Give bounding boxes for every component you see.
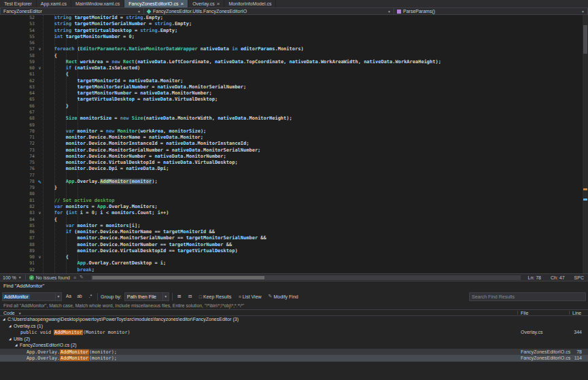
breadcrumb-member-dropdown[interactable]: ParseParams() ▼ [394,7,588,15]
code-line: 73 monitor.Device.MonitorSerialNumber = … [0,148,588,154]
class-icon [147,9,152,14]
scrollbar-thumb[interactable] [92,276,264,279]
code-line: 67 [0,109,588,116]
keep-results-button[interactable]: □ Keep Results [197,292,234,301]
gutter-marks [37,235,43,241]
code-line: 77 [0,173,588,179]
group-by-label: Group by: [101,294,122,299]
code-line: 68 Size monitorSize = new Size(nativeDat… [0,116,588,122]
editor-status-strip: 100 % ▼ ✓ No issues found ≡ ✎ Ln: 78 Ch:… [0,273,588,281]
result-file: FancyZonesEditorIO.cs [521,349,570,356]
separator [97,293,98,300]
close-icon[interactable]: × [217,1,220,7]
breadcrumb-project-dropdown[interactable]: FancyZonesEditor ▼ [0,7,144,15]
find-result-row[interactable]: App.Overlay.AddMonitor(monitor);FancyZon… [0,349,588,356]
code-text: foreach (EditorParameters.NativeMonitorD… [43,46,304,52]
scrollbar-change-mark [583,188,587,190]
expand-all-icon[interactable]: ⊞ [175,292,184,300]
code-line: 72 monitor.Device.MonitorInstanceId = na… [0,141,588,147]
list-icon[interactable]: ≡ [73,275,76,280]
expand-icon[interactable]: ◢ [3,316,7,323]
expand-icon[interactable]: ◢ [9,336,14,343]
code-text: if (nativeData.IsSelected) [43,65,140,71]
document-tab[interactable]: MainWindow.xaml.cs [71,0,124,7]
line-number: 65 [0,97,37,103]
gutter-marks [37,34,43,40]
line-number: 61 [0,71,37,77]
search-find-results-input[interactable] [469,292,586,301]
find-result-row[interactable]: public void AddMonitor(Monitor monitor)O… [0,329,588,336]
document-tab[interactable]: FancyZonesEditorIO.cs× [124,0,188,7]
line-number: 80 [0,191,37,197]
chevron-down-icon[interactable]: ▼ [162,293,169,300]
list-view-button[interactable]: ≡ List View [237,292,264,301]
editor-vertical-scrollbar[interactable] [583,15,588,273]
code-text: } [43,103,69,109]
line-number: 73 [0,148,37,154]
column-divider[interactable] [517,311,518,315]
code-text: monitor.Device.MonitorName = nativeData.… [43,135,203,141]
column-divider[interactable] [569,311,570,315]
regex-icon[interactable]: .* [86,292,94,300]
column-header-file[interactable]: File [521,310,528,316]
code-line: 88 monitor.Device.MonitorNumber == targe… [0,242,588,248]
group-by-dropdown[interactable]: Path then File ▼ [124,292,169,301]
document-health-indicator[interactable]: ✓ No issues found [29,275,70,280]
document-tab[interactable]: MonitorInfoModel.cs [224,0,276,7]
tab-label: MonitorInfoModel.cs [228,0,271,7]
outline-collapse-icon[interactable]: ∨ [37,210,43,216]
result-group-label: FancyZonesEditorIO.cs (2) [20,343,77,347]
gutter-marks [37,204,43,210]
code-line: 56 [0,40,588,46]
column-header-line[interactable]: Line [572,310,581,316]
code-text: monitor.Device.MonitorSerialNumber == ta… [43,235,266,241]
find-result-row[interactable]: ◢FancyZonesEditorIO.cs (2) [0,342,588,349]
result-code: App.Overlay.AddMonitor(monitor); [27,349,117,355]
gutter-marks [37,248,43,254]
code-text: { [43,254,69,260]
find-result-row[interactable]: ◢Overlay.cs (1) [0,323,588,330]
zoom-control[interactable]: 100 % ▼ [3,275,22,280]
document-tab[interactable]: App.xaml.cs [37,0,71,7]
collapse-all-icon[interactable]: ⊟ [186,292,194,300]
code-line: 66 } [0,103,588,109]
gutter-marks [37,141,43,147]
outline-collapse-icon[interactable]: ∨ [37,254,43,260]
keep-results-label: Keep Results [203,294,232,299]
line-number: 76 [0,166,37,172]
code-text: { [43,71,69,77]
find-toolbar: AddMonitor ▼ Aa ab .* Group by: Path the… [0,290,588,303]
code-line: 89 monitor.Device.VirtualDesktopId == ta… [0,248,588,254]
outline-collapse-icon[interactable]: ∨ [37,46,43,52]
find-result-row[interactable]: App.Overlay.AddMonitor(monitor);FancyZon… [0,355,588,362]
find-query-input[interactable]: AddMonitor ▼ [2,292,62,301]
find-summary: Find all "AddMonitor", Match case, Match… [0,303,588,309]
match-case-icon[interactable]: Aa [65,292,73,300]
modify-find-button[interactable]: ✎ Modify Find [266,292,300,301]
whole-word-icon[interactable]: ab [75,292,84,300]
chevron-down-icon[interactable]: ▼ [55,293,61,300]
code-text: Size monitorSize = new Size(nativeData.M… [43,116,292,122]
code-line: 78✎ App.Overlay.AddMonitor(monitor); [0,179,588,185]
outline-collapse-icon[interactable]: ∨ [37,65,43,71]
scrollbar-thumb[interactable] [583,25,587,54]
document-tab[interactable]: Overlay.cs× [188,0,224,7]
code-line: 91 App.Overlay.CurrentDesktop = i; [0,260,588,266]
line-number: 85 [0,223,37,229]
find-result-row[interactable]: ◢Utils (2) [0,336,588,343]
breadcrumb-type-dropdown[interactable]: FancyZonesEditor.Utils.FancyZonesEditorI… [144,7,394,15]
document-tab[interactable]: Test Explorer [0,0,37,7]
editor-horizontal-scrollbar[interactable] [91,275,521,280]
expand-icon[interactable]: ◢ [9,323,14,330]
result-file: Overlay.cs [521,329,543,336]
line-number: 69 [0,122,37,128]
gutter-marks [37,109,43,116]
result-code: public void AddMonitor(Monitor monitor) [20,330,131,335]
code-editor[interactable]: 52 string targetMonitorId = string.Empty… [0,15,588,273]
edit-icon[interactable]: ✎ [80,275,84,280]
find-result-row[interactable]: ◢C:\Users\shaopengwang\Desktop\powertoys… [0,316,588,323]
chevron-down-icon: ▼ [18,275,22,279]
close-icon[interactable]: × [180,1,184,7]
expand-icon[interactable]: ◢ [15,342,20,349]
code-line: 75 monitor.Device.VirtualDesktopId = nat… [0,160,588,166]
